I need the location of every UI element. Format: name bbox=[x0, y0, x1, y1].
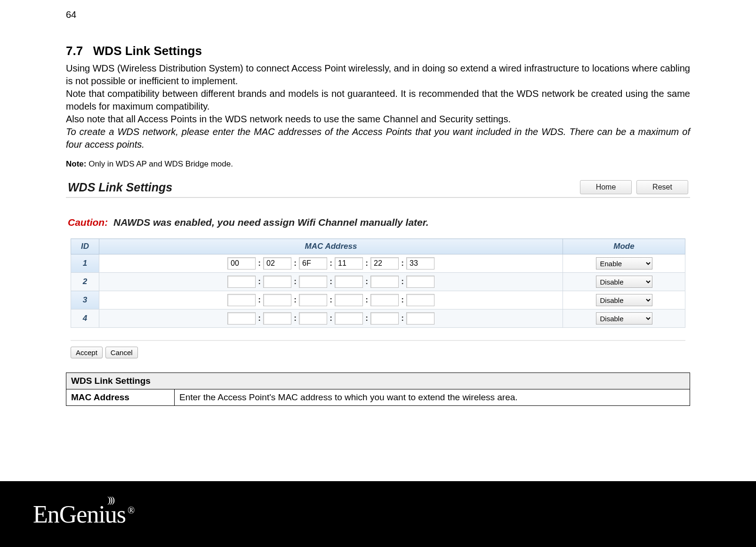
section-title-text: WDS Link Settings bbox=[93, 44, 202, 58]
mode-select[interactable]: Disable bbox=[596, 294, 652, 306]
def-label: MAC Address bbox=[66, 389, 175, 406]
section-number: 7.7 bbox=[66, 44, 83, 58]
row-id: 1 bbox=[71, 254, 99, 273]
row-id: 4 bbox=[71, 309, 99, 328]
colon: : bbox=[401, 314, 404, 323]
paragraph: Note that compatibility between differen… bbox=[66, 87, 690, 113]
colon: : bbox=[293, 314, 297, 323]
colon: : bbox=[293, 277, 297, 286]
note-line: Note: Only in WDS AP and WDS Bridge mode… bbox=[66, 159, 690, 169]
mac-octet-input[interactable] bbox=[335, 257, 363, 270]
table-row: 3 : : : : : Disable bbox=[71, 291, 685, 309]
caution-label: Caution: bbox=[68, 217, 108, 228]
colon: : bbox=[257, 277, 261, 286]
mac-octet-input[interactable] bbox=[335, 312, 363, 325]
mac-octet-input[interactable] bbox=[263, 276, 291, 288]
mac-octet-input[interactable] bbox=[370, 257, 399, 270]
note-text: Only in WDS AP and WDS Bridge mode. bbox=[86, 159, 233, 168]
colon: : bbox=[257, 295, 261, 305]
accept-button[interactable]: Accept bbox=[71, 347, 103, 358]
mac-octet-input[interactable] bbox=[263, 312, 291, 325]
panel-title: WDS Link Settings bbox=[68, 181, 172, 194]
colon: : bbox=[365, 277, 369, 286]
mac-octet-input[interactable] bbox=[227, 312, 256, 325]
mode-select[interactable]: Disable bbox=[596, 312, 652, 325]
mac-octet-input[interactable] bbox=[299, 312, 327, 325]
divider bbox=[71, 340, 685, 341]
definition-table: WDS Link Settings MAC Address Enter the … bbox=[66, 373, 690, 406]
col-id-header: ID bbox=[71, 239, 99, 254]
mac-octet-input[interactable] bbox=[406, 294, 434, 306]
table-row: 1 : : : : : Enable bbox=[71, 254, 685, 273]
footer: ))) EnGenius® bbox=[0, 481, 756, 547]
reset-button[interactable]: Reset bbox=[636, 180, 688, 194]
cancel-button[interactable]: Cancel bbox=[105, 347, 138, 358]
mac-octet-input[interactable] bbox=[406, 276, 434, 288]
colon: : bbox=[293, 259, 297, 268]
wds-settings-panel: WDS Link Settings Home Reset Caution: NA… bbox=[66, 177, 690, 363]
mac-octet-input[interactable] bbox=[406, 312, 434, 325]
mac-octet-input[interactable] bbox=[370, 276, 399, 288]
mac-octet-input[interactable] bbox=[299, 294, 327, 306]
colon: : bbox=[365, 314, 369, 323]
mac-octet-input[interactable] bbox=[227, 276, 256, 288]
paragraph: Also note that all Access Points in the … bbox=[66, 113, 690, 126]
row-id: 3 bbox=[71, 291, 99, 309]
mac-octet-input[interactable] bbox=[335, 276, 363, 288]
mode-select[interactable]: Disable bbox=[596, 276, 652, 288]
mac-octet-input[interactable] bbox=[299, 257, 327, 270]
mode-select[interactable]: Enable bbox=[596, 257, 652, 270]
divider bbox=[66, 197, 690, 198]
paragraph-italic: To create a WDS network, please enter th… bbox=[66, 126, 690, 151]
mac-octet-input[interactable] bbox=[263, 257, 291, 270]
col-mac-header: MAC Address bbox=[99, 239, 563, 254]
home-button[interactable]: Home bbox=[580, 180, 632, 194]
def-text: Enter the Access Point's MAC address to … bbox=[175, 389, 690, 406]
colon: : bbox=[401, 295, 404, 305]
colon: : bbox=[401, 259, 404, 268]
note-label: Note: bbox=[66, 159, 86, 168]
colon: : bbox=[329, 295, 333, 305]
colon: : bbox=[329, 277, 333, 286]
mac-octet-input[interactable] bbox=[335, 294, 363, 306]
mac-octet-input[interactable] bbox=[370, 294, 399, 306]
col-mode-header: Mode bbox=[563, 239, 685, 254]
caution-text: NAWDS was enabled, you need assign Wifi … bbox=[113, 217, 429, 228]
table-row: 2 : : : : : Disable bbox=[71, 273, 685, 291]
mac-octet-input[interactable] bbox=[406, 257, 434, 270]
colon: : bbox=[257, 259, 261, 268]
mac-octet-input[interactable] bbox=[227, 257, 256, 270]
colon: : bbox=[401, 277, 404, 286]
section-heading: 7.7 WDS Link Settings bbox=[66, 44, 690, 58]
colon: : bbox=[293, 295, 297, 305]
colon: : bbox=[257, 314, 261, 323]
colon: : bbox=[365, 295, 369, 305]
table-row: 4 : : : : : Disable bbox=[71, 309, 685, 328]
def-header: WDS Link Settings bbox=[66, 373, 690, 389]
row-id: 2 bbox=[71, 273, 99, 291]
mac-octet-input[interactable] bbox=[263, 294, 291, 306]
brand-logo: ))) EnGenius® bbox=[33, 500, 134, 528]
paragraph: Using WDS (Wireless Distribution System)… bbox=[66, 62, 690, 87]
mac-octet-input[interactable] bbox=[227, 294, 256, 306]
wds-table: ID MAC Address Mode 1 : : : : bbox=[71, 238, 685, 328]
mac-octet-input[interactable] bbox=[370, 312, 399, 325]
page-number: 64 bbox=[66, 9, 690, 20]
registered-icon: ® bbox=[128, 505, 134, 515]
colon: : bbox=[329, 314, 333, 323]
colon: : bbox=[365, 259, 369, 268]
signal-icon: ))) bbox=[107, 494, 113, 505]
caution-banner: Caution: NAWDS was enabled, you need ass… bbox=[68, 217, 688, 228]
colon: : bbox=[329, 259, 333, 268]
mac-octet-input[interactable] bbox=[299, 276, 327, 288]
